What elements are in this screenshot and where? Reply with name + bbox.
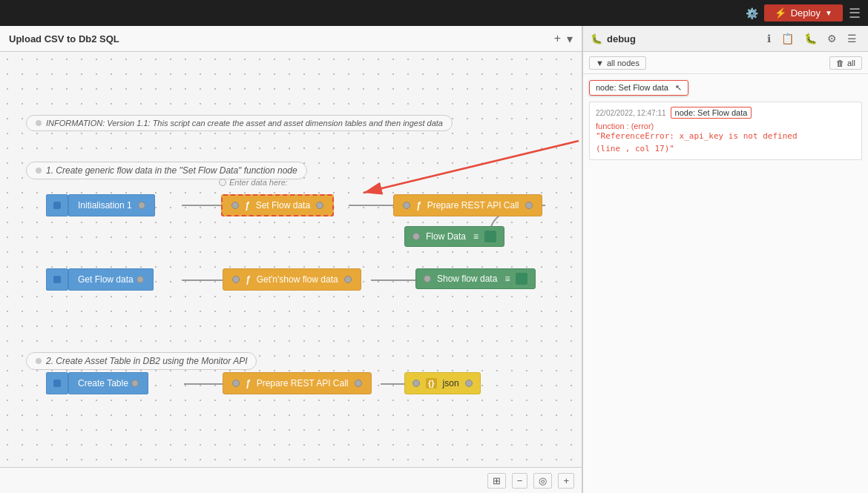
- func-icon-4: ƒ: [246, 378, 251, 388]
- canvas-menu-button[interactable]: ▾: [567, 32, 573, 46]
- func-icon-1: ƒ: [245, 200, 250, 211]
- debug-header: 🐛 debug ℹ 📋 🐛 ⚙ ☰: [583, 26, 868, 52]
- funnel-icon: ▼: [596, 59, 604, 67]
- debug-error-line1: "ReferenceError: x_api_key is not define…: [596, 131, 798, 141]
- canvas-title: Upload CSV to Db2 SQL: [9, 33, 119, 44]
- flow-data-port-left: [412, 233, 420, 240]
- json-port-right: [465, 380, 473, 387]
- clear-all-btn[interactable]: 🗑 all: [829, 56, 862, 70]
- debug-info-btn[interactable]: ℹ: [763, 30, 775, 47]
- get-flow-data-node[interactable]: Get Flow data: [68, 268, 154, 291]
- filter-label: all nodes: [607, 59, 640, 67]
- debug-node-tooltip-box: node: Set Flow data ↖: [589, 80, 688, 96]
- deploy-label: Deploy: [791, 7, 821, 19]
- flow-data-node[interactable]: Flow Data ≡: [404, 226, 504, 247]
- prepare-rest-api-node[interactable]: ƒ Prepare REST API Call: [393, 194, 542, 216]
- enter-data-label: Enter data here:: [219, 178, 288, 187]
- set-flow-data-node-group: ƒ Set Flow data: [221, 194, 334, 216]
- getn-show-port-left: [232, 276, 240, 283]
- inject-btn[interactable]: [53, 202, 61, 209]
- get-flow-data-node-group: Get Flow data: [46, 268, 154, 291]
- prepare-rest-api-node-group: ƒ Prepare REST API Call: [393, 194, 542, 216]
- debug-bug-btn[interactable]: 🐛: [800, 30, 821, 47]
- canvas-fit-btn[interactable]: ◎: [533, 473, 552, 489]
- canvas-header: Upload CSV to Db2 SQL + ▾: [0, 26, 582, 52]
- prepare-rest-api2-label: Prepare REST API Call: [257, 378, 349, 388]
- debug-toolbar: ▼ all nodes 🗑 all: [583, 52, 868, 74]
- comment-node-info: INFORMATION: Version 1.1: This script ca…: [26, 115, 453, 131]
- json-label: json: [443, 378, 459, 388]
- debug-func-label: function : (error): [596, 122, 855, 130]
- canvas-zoom-in-btn[interactable]: +: [558, 473, 574, 489]
- set-flow-port-left: [231, 202, 239, 209]
- deploy-button[interactable]: ⚡ Deploy ▼: [764, 4, 843, 21]
- topbar-icon-settings: ⚙️: [746, 7, 758, 19]
- canvas-content[interactable]: INFORMATION: Version 1.1: This script ca…: [0, 52, 582, 467]
- debug-header-icons: ℹ 📋 🐛 ⚙ ☰: [763, 30, 861, 47]
- getn-show-label: Get'n'show flow data: [257, 274, 338, 285]
- debug-content[interactable]: node: Set Flow data ↖ 22/02/2022, 12:47:…: [583, 74, 868, 493]
- canvas-grid-btn[interactable]: ⊞: [487, 473, 506, 489]
- get-flow-data-label: Get Flow data: [78, 274, 134, 285]
- show-flow-port-left: [424, 275, 431, 282]
- flow-data-icon: ≡: [473, 231, 479, 242]
- canvas-zoom-out-btn[interactable]: −: [512, 473, 528, 489]
- create-table-port-right: [131, 380, 139, 387]
- all-nodes-filter-btn[interactable]: ▼ all nodes: [589, 56, 646, 70]
- get-flow-inject-left: [46, 268, 68, 291]
- set-flow-data-node[interactable]: ƒ Set Flow data: [221, 194, 334, 216]
- comment-node-1: 1. Create generic flow data in the "Set …: [26, 162, 307, 179]
- enter-dot: [219, 179, 226, 186]
- prepare-rest-api-label: Prepare REST API Call: [427, 200, 519, 211]
- debug-panel-icon: 🐛: [591, 33, 602, 44]
- deploy-icon: ⚡: [775, 7, 786, 19]
- prepare-rest-api2-node[interactable]: ƒ Prepare REST API Call: [223, 372, 372, 394]
- initialisation-node-group: Initialisation 1: [46, 194, 155, 216]
- flow-data-debug-btn[interactable]: [484, 231, 496, 242]
- debug-book-btn[interactable]: 📋: [777, 30, 798, 47]
- func-icon-3: ƒ: [246, 274, 251, 285]
- json-node[interactable]: {} json: [404, 372, 481, 394]
- canvas-add-button[interactable]: +: [554, 32, 561, 46]
- comment-dot-2: [36, 358, 42, 364]
- comment-node-2: 2. Create Asset Table in DB2 using the M…: [26, 352, 257, 370]
- json-port-left: [412, 380, 420, 387]
- show-flow-data-node[interactable]: Show flow data ≡: [415, 268, 536, 289]
- debug-settings-btn[interactable]: ⚙: [823, 30, 841, 47]
- debug-node-label[interactable]: node: Set Flow data: [671, 107, 752, 119]
- menu-icon[interactable]: ☰: [849, 5, 861, 21]
- comment-text-info: INFORMATION: Version 1.1: This script ca…: [46, 119, 443, 128]
- prepare-rest-port-left: [403, 202, 410, 209]
- cursor-icon: ↖: [675, 83, 682, 92]
- main-layout: Upload CSV to Db2 SQL + ▾: [0, 26, 868, 493]
- trash-icon: 🗑: [836, 59, 844, 67]
- initialisation-inject-left: [46, 194, 68, 216]
- debug-error-line2: (line , col 17)": [596, 144, 674, 153]
- prepare-rest-port-right: [525, 202, 533, 209]
- inject-btn-2[interactable]: [53, 276, 61, 283]
- inject-btn-3[interactable]: [53, 380, 61, 387]
- debug-list-btn[interactable]: ☰: [844, 30, 861, 47]
- comment-text-2: 2. Create Asset Table in DB2 using the M…: [46, 356, 247, 366]
- debug-message: 22/02/2022, 12:47:11 node: Set Flow data…: [589, 102, 862, 160]
- prepare-rest2-port-left: [232, 380, 240, 387]
- comment-dot: [36, 120, 42, 126]
- debug-tooltip-label: node: Set Flow data: [596, 83, 668, 92]
- create-table-node-group: Create Table: [46, 372, 148, 394]
- debug-error-text: "ReferenceError: x_api_key is not define…: [596, 130, 855, 155]
- getn-show-node[interactable]: ƒ Get'n'show flow data: [223, 268, 361, 291]
- create-table-node[interactable]: Create Table: [68, 372, 148, 394]
- comment-dot-1: [36, 168, 42, 173]
- get-flow-port-right: [137, 276, 144, 283]
- show-flow-debug-btn[interactable]: [516, 273, 527, 285]
- canvas-header-actions: + ▾: [554, 32, 573, 46]
- init-port-right: [138, 202, 145, 209]
- initialisation-node[interactable]: Initialisation 1: [68, 194, 155, 216]
- clear-label: all: [847, 59, 855, 67]
- set-flow-port-right: [316, 202, 323, 209]
- create-table-label: Create Table: [78, 378, 128, 388]
- connections-svg: [0, 52, 582, 467]
- getn-show-port-right: [344, 276, 352, 283]
- show-flow-data-node-group: Show flow data ≡: [415, 268, 536, 289]
- json-icon: {}: [426, 378, 437, 388]
